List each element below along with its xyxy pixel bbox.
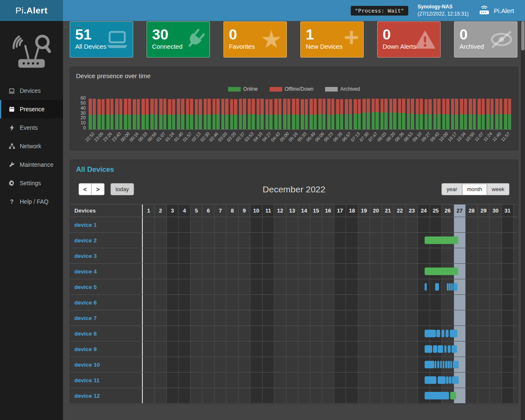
day-cell bbox=[310, 264, 322, 279]
favorites-box[interactable]: 0 Favorites ★ bbox=[223, 21, 287, 58]
today-button[interactable]: today bbox=[110, 183, 134, 195]
sidebar-item-events[interactable]: Events bbox=[0, 118, 63, 137]
day-cell bbox=[143, 264, 155, 279]
archived-box[interactable]: 0 Archived bbox=[454, 21, 517, 58]
day-cell bbox=[346, 279, 358, 294]
day-cell bbox=[382, 217, 394, 232]
day-cell bbox=[167, 357, 178, 372]
chart-bar bbox=[381, 99, 384, 129]
device-link[interactable]: device 2 bbox=[70, 233, 142, 248]
day-cell bbox=[143, 279, 155, 294]
day-cell bbox=[418, 217, 430, 232]
device-link[interactable]: device 1 bbox=[70, 217, 142, 233]
day-cell bbox=[322, 233, 334, 248]
day-cell bbox=[334, 388, 346, 403]
day-cell bbox=[394, 233, 406, 248]
devices-column-header: Devices bbox=[70, 205, 143, 217]
day-cell bbox=[274, 279, 286, 294]
day-cell bbox=[346, 264, 358, 279]
day-cell bbox=[143, 341, 155, 357]
day-cell bbox=[370, 248, 382, 263]
sidebar-item-network[interactable]: Network bbox=[0, 137, 63, 155]
down-alerts-box[interactable]: 0 Down Alerts bbox=[377, 21, 441, 58]
y-tick: 60 bbox=[81, 96, 86, 100]
day-cell bbox=[478, 279, 490, 294]
view-month-button[interactable]: month bbox=[462, 183, 487, 195]
day-cell bbox=[490, 279, 501, 294]
connected-box[interactable]: 30 Connected bbox=[147, 21, 210, 58]
device-link[interactable]: device 10 bbox=[70, 357, 142, 373]
sidebar-item-settings[interactable]: Settings bbox=[0, 174, 63, 192]
chart-bar bbox=[287, 99, 291, 129]
presence-bar bbox=[440, 361, 442, 368]
sidebar-toggle-button[interactable] bbox=[63, 0, 82, 21]
device-link[interactable]: device 5 bbox=[70, 279, 142, 295]
legend-item: Online bbox=[228, 86, 258, 92]
device-row: device 11 bbox=[70, 373, 518, 388]
new-devices-box[interactable]: 1 New Devices + bbox=[300, 21, 364, 58]
prev-button[interactable]: < bbox=[79, 183, 92, 195]
presence-bar bbox=[448, 345, 451, 353]
device-link[interactable]: device 3 bbox=[70, 248, 142, 264]
sidebar-item-devices[interactable]: Devices bbox=[0, 81, 63, 100]
day-cell bbox=[178, 233, 190, 248]
day-cell bbox=[334, 373, 346, 388]
day-cell bbox=[298, 295, 310, 310]
sidebar-item-presence[interactable]: Presence bbox=[0, 100, 63, 118]
chart-bar bbox=[389, 99, 393, 129]
day-cell bbox=[143, 310, 155, 326]
chart-bar bbox=[478, 99, 481, 129]
device-link[interactable]: device 12 bbox=[70, 388, 142, 404]
device-row: device 8 bbox=[70, 326, 518, 341]
day-cell bbox=[143, 326, 155, 341]
view-week-button[interactable]: week bbox=[487, 183, 509, 195]
chart-panel-title: Device presence over time bbox=[70, 67, 518, 84]
day-cell bbox=[370, 326, 382, 341]
scrollbar-thumb[interactable] bbox=[521, 21, 525, 50]
chart-bar bbox=[375, 99, 379, 129]
sidebar-item-maintenance[interactable]: Maintenance bbox=[0, 155, 63, 174]
day-cell bbox=[358, 264, 370, 279]
sidebar-item-help[interactable]: ? Help / FAQ bbox=[0, 192, 63, 211]
day-cell bbox=[466, 388, 478, 403]
device-link[interactable]: device 6 bbox=[70, 295, 142, 310]
chart-bar bbox=[207, 99, 211, 129]
day-cell bbox=[394, 326, 406, 341]
device-link[interactable]: device 11 bbox=[70, 373, 142, 388]
chart-bar bbox=[428, 99, 432, 129]
day-cell bbox=[346, 248, 358, 263]
day-cell bbox=[430, 248, 442, 263]
day-cell bbox=[239, 295, 250, 310]
chart-bar bbox=[119, 99, 123, 129]
chart-bar bbox=[155, 99, 158, 129]
day-cell bbox=[358, 357, 370, 372]
day-cell bbox=[274, 264, 286, 279]
device-link[interactable]: device 9 bbox=[70, 341, 142, 357]
day-cell bbox=[298, 217, 310, 232]
host-timestamp: (27/12/2022, 12:15:31) bbox=[417, 10, 468, 18]
next-button[interactable]: > bbox=[92, 183, 105, 195]
chart-bar bbox=[93, 99, 96, 129]
legend-swatch bbox=[325, 87, 338, 92]
day-cell bbox=[262, 373, 274, 388]
day-cell bbox=[226, 233, 238, 248]
day-cell bbox=[239, 248, 250, 263]
view-year-button[interactable]: year bbox=[441, 183, 462, 195]
day-cell bbox=[286, 295, 298, 310]
day-cell bbox=[394, 310, 406, 326]
day-cell bbox=[382, 341, 394, 357]
day-cell bbox=[394, 388, 406, 403]
day-cell bbox=[370, 233, 382, 248]
y-tick: 10 bbox=[81, 121, 86, 125]
device-link[interactable]: device 4 bbox=[70, 264, 142, 279]
day-cell bbox=[155, 248, 166, 263]
day-cell bbox=[334, 341, 346, 357]
presence-bar bbox=[450, 330, 458, 337]
device-link[interactable]: device 8 bbox=[70, 326, 142, 341]
chart-bar bbox=[508, 99, 512, 129]
brand-logo[interactable]: Pi.Alert bbox=[0, 0, 63, 21]
device-link[interactable]: device 7 bbox=[70, 310, 142, 326]
chart-bar bbox=[296, 99, 299, 129]
chart-bar bbox=[460, 99, 463, 129]
chart-bar bbox=[278, 99, 282, 129]
